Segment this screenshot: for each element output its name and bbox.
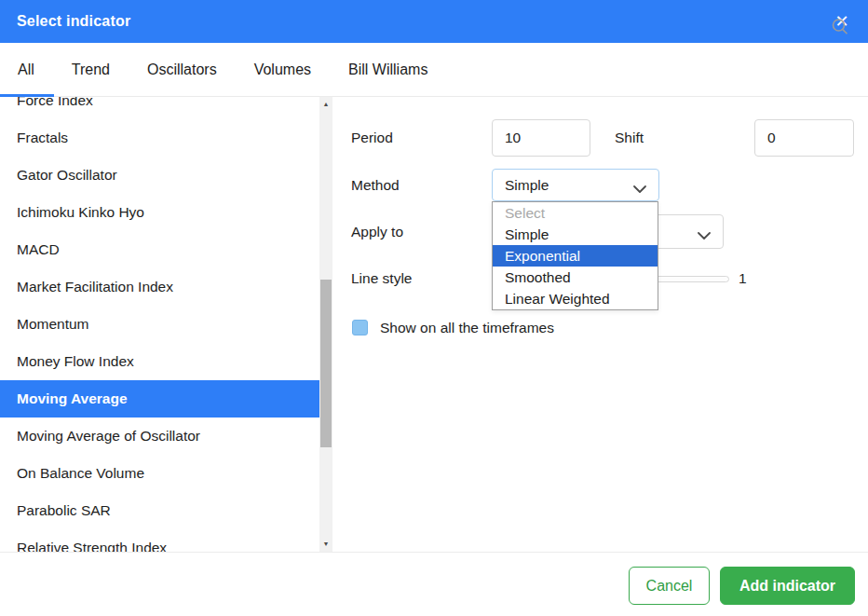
scrollbar-thumb[interactable] xyxy=(320,280,332,447)
dropdown-option[interactable]: Exponential xyxy=(493,245,658,267)
apply-to-label: Apply to xyxy=(351,224,403,240)
list-item[interactable]: Moving Average of Oscillator xyxy=(0,418,319,455)
list-item[interactable]: Market Facilitation Index xyxy=(0,268,319,306)
scroll-down-icon[interactable]: ▼ xyxy=(319,537,332,552)
tab[interactable]: All xyxy=(0,43,54,96)
tab[interactable]: Trend xyxy=(54,43,129,96)
method-select[interactable]: Simple xyxy=(492,169,659,201)
search-icon[interactable] xyxy=(823,0,857,53)
dropdown-option[interactable]: Linear Weighted xyxy=(493,288,658,309)
category-tabbar: AllTrendOscillatorsVolumesBill Williams xyxy=(0,43,868,97)
list-item[interactable]: On Balance Volume xyxy=(0,455,319,492)
select-indicator-dialog: Select indicator ✕ AllTrendOscillatorsVo… xyxy=(0,0,868,616)
method-dropdown-list: SelectSimpleExponentialSmoothedLinear We… xyxy=(492,201,658,310)
indicator-list: Force IndexFractalsGator OscillatorIchim… xyxy=(0,97,319,552)
indicator-list-items: Force IndexFractalsGator OscillatorIchim… xyxy=(0,97,319,552)
list-item[interactable]: Money Flow Index xyxy=(0,343,319,380)
dialog-title: Select indicator xyxy=(17,13,130,30)
tab[interactable]: Volumes xyxy=(237,43,331,96)
period-input[interactable] xyxy=(492,119,590,157)
chevron-down-icon xyxy=(632,181,647,198)
list-item[interactable]: Parabolic SAR xyxy=(0,492,319,529)
dropdown-option[interactable]: Smoothed xyxy=(493,267,658,288)
shift-label: Shift xyxy=(615,130,644,146)
dialog-footer: Cancel Add indicator xyxy=(0,552,868,616)
tab[interactable]: Oscillators xyxy=(129,43,237,96)
method-select-value: Simple xyxy=(493,177,549,194)
period-label: Period xyxy=(351,130,393,146)
shift-input[interactable] xyxy=(754,119,854,157)
timeframes-checkbox[interactable] xyxy=(352,320,368,335)
list-item[interactable]: Ichimoku Kinko Hyo xyxy=(0,194,319,231)
list-item[interactable]: Gator Oscillator xyxy=(0,157,319,194)
dropdown-option[interactable]: Select xyxy=(493,202,658,224)
dialog-header: Select indicator ✕ xyxy=(0,0,868,43)
dropdown-option[interactable]: Simple xyxy=(493,224,658,245)
method-label: Method xyxy=(351,177,400,194)
line-width-value: 1 xyxy=(739,270,747,287)
scroll-up-icon[interactable]: ▲ xyxy=(319,97,332,112)
list-item[interactable]: Force Index xyxy=(0,97,319,119)
tab[interactable]: Bill Williams xyxy=(331,43,447,96)
list-item[interactable]: Momentum xyxy=(0,306,319,343)
list-item[interactable]: MACD xyxy=(0,231,319,268)
timeframes-label: Show on all the timeframes xyxy=(380,320,554,335)
cancel-button[interactable]: Cancel xyxy=(629,567,710,605)
list-scrollbar[interactable]: ▲ ▼ xyxy=(319,97,332,552)
list-item[interactable]: Relative Strength Index xyxy=(0,529,319,552)
list-item[interactable]: Moving Average xyxy=(0,380,319,418)
chevron-down-icon xyxy=(697,227,712,244)
list-item[interactable]: Fractals xyxy=(0,119,319,157)
add-indicator-button[interactable]: Add indicator xyxy=(720,567,855,605)
line-style-label: Line style xyxy=(351,270,412,287)
